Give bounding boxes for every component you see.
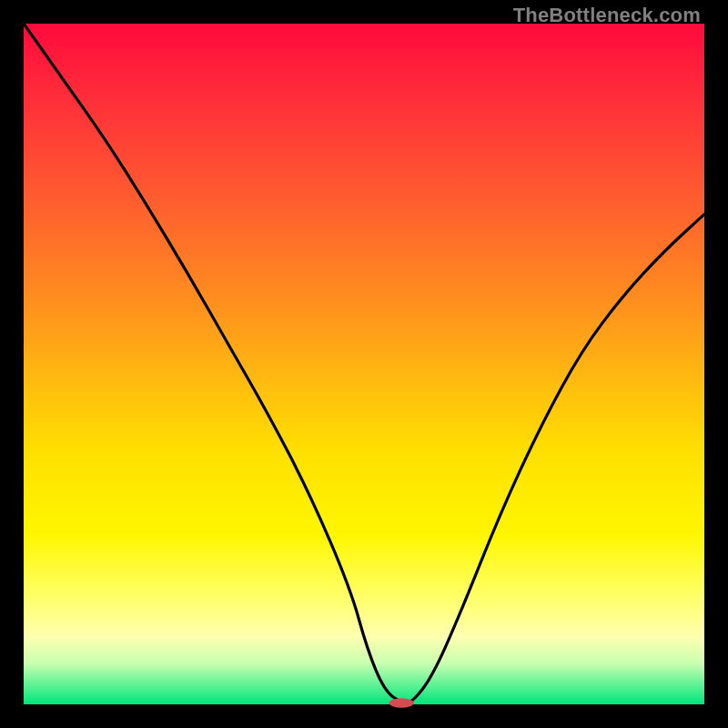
optimal-marker bbox=[389, 698, 414, 707]
chart-frame: TheBottleneck.com bbox=[0, 0, 728, 728]
watermark-text: TheBottleneck.com bbox=[513, 4, 701, 27]
plot-area bbox=[24, 24, 704, 704]
bottleneck-curve bbox=[24, 24, 704, 703]
chart-svg bbox=[24, 24, 704, 704]
